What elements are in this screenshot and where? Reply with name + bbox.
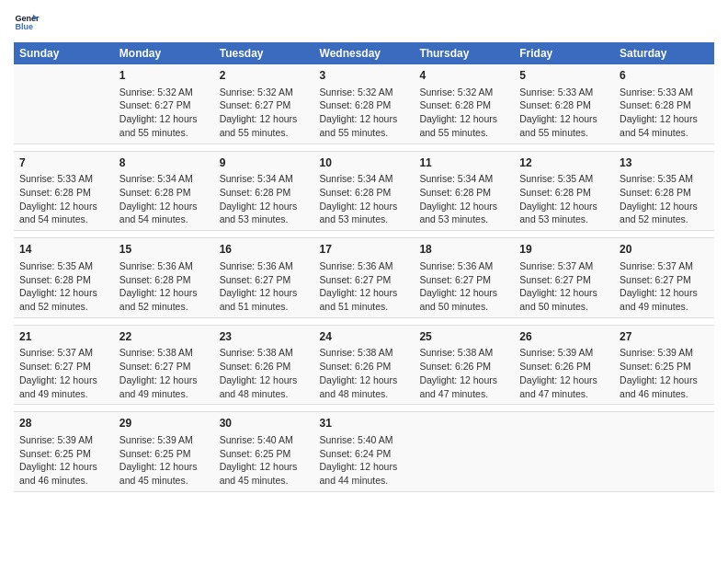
svg-text:Blue: Blue	[15, 22, 33, 31]
cell-info: Daylight: 12 hours	[419, 286, 508, 300]
cell-info: Sunset: 6:27 PM	[19, 360, 108, 373]
cell-info: Daylight: 12 hours	[320, 373, 409, 387]
day-number: 19	[519, 242, 609, 258]
day-number: 16	[220, 242, 309, 258]
cell-info: Sunrise: 5:34 AM	[419, 172, 508, 186]
cell-info: Sunset: 6:28 PM	[519, 186, 609, 200]
cell-info: Sunset: 6:24 PM	[320, 447, 409, 461]
col-header-tuesday: Tuesday	[214, 42, 314, 64]
cell-info: Sunset: 6:28 PM	[419, 186, 508, 200]
cell-info: Sunrise: 5:35 AM	[519, 172, 609, 186]
cell-info: Sunset: 6:27 PM	[220, 273, 309, 287]
cell-info: Sunrise: 5:39 AM	[119, 433, 209, 447]
cell-2-6: 12Sunrise: 5:35 AMSunset: 6:28 PMDayligh…	[514, 151, 614, 231]
cell-info: Sunset: 6:27 PM	[119, 360, 209, 373]
calendar-table: SundayMondayTuesdayWednesdayThursdayFrid…	[14, 42, 714, 492]
cell-5-2: 29Sunrise: 5:39 AMSunset: 6:25 PMDayligh…	[114, 412, 214, 492]
cell-info: Sunset: 6:28 PM	[119, 273, 209, 287]
spacer-row	[14, 231, 714, 238]
cell-2-1: 7Sunrise: 5:33 AMSunset: 6:28 PMDaylight…	[14, 151, 114, 231]
day-number: 12	[519, 155, 609, 171]
week-row-3: 14Sunrise: 5:35 AMSunset: 6:28 PMDayligh…	[14, 238, 714, 318]
col-header-sunday: Sunday	[14, 42, 114, 64]
day-number: 28	[19, 416, 108, 431]
cell-info: and 48 minutes.	[320, 387, 409, 401]
cell-info: and 45 minutes.	[220, 474, 309, 488]
cell-3-5: 18Sunrise: 5:36 AMSunset: 6:27 PMDayligh…	[414, 238, 514, 318]
cell-info: and 49 minutes.	[119, 387, 209, 401]
cell-info: Sunrise: 5:40 AM	[220, 433, 309, 447]
cell-4-7: 27Sunrise: 5:39 AMSunset: 6:25 PMDayligh…	[614, 325, 714, 405]
cell-2-3: 9Sunrise: 5:34 AMSunset: 6:28 PMDaylight…	[214, 151, 314, 231]
cell-info: Sunrise: 5:39 AM	[519, 346, 609, 360]
day-number: 7	[19, 155, 108, 171]
cell-info: Sunset: 6:26 PM	[419, 360, 508, 373]
cell-info: Daylight: 12 hours	[519, 373, 609, 387]
cell-info: Daylight: 12 hours	[620, 112, 709, 126]
week-row-4: 21Sunrise: 5:37 AMSunset: 6:27 PMDayligh…	[14, 325, 714, 405]
cell-info: Daylight: 12 hours	[119, 200, 209, 213]
cell-info: Sunset: 6:25 PM	[620, 360, 709, 373]
col-header-thursday: Thursday	[414, 42, 514, 64]
cell-4-1: 21Sunrise: 5:37 AMSunset: 6:27 PMDayligh…	[14, 325, 114, 405]
cell-info: Sunrise: 5:32 AM	[220, 86, 309, 99]
cell-info: Sunrise: 5:37 AM	[19, 346, 108, 360]
logo: General Blue	[14, 9, 43, 35]
col-header-wednesday: Wednesday	[314, 42, 415, 64]
cell-3-7: 20Sunrise: 5:37 AMSunset: 6:27 PMDayligh…	[614, 238, 714, 318]
cell-1-1	[14, 64, 114, 144]
cell-info: and 53 minutes.	[220, 213, 309, 226]
cell-info: Daylight: 12 hours	[220, 460, 309, 474]
day-number: 14	[19, 242, 108, 258]
cell-info: Daylight: 12 hours	[620, 373, 709, 387]
cell-info: Sunset: 6:27 PM	[320, 273, 409, 287]
day-number: 4	[419, 68, 508, 84]
cell-info: Daylight: 12 hours	[620, 286, 709, 300]
cell-info: Sunrise: 5:37 AM	[519, 259, 609, 273]
cell-4-4: 24Sunrise: 5:38 AMSunset: 6:26 PMDayligh…	[314, 325, 415, 405]
cell-info: Sunrise: 5:34 AM	[320, 172, 409, 186]
day-number: 6	[620, 68, 709, 84]
cell-1-6: 5Sunrise: 5:33 AMSunset: 6:28 PMDaylight…	[514, 64, 614, 144]
cell-info: Sunrise: 5:34 AM	[220, 172, 309, 186]
cell-info: and 55 minutes.	[220, 126, 309, 140]
cell-1-5: 4Sunrise: 5:32 AMSunset: 6:28 PMDaylight…	[414, 64, 514, 144]
cell-info: and 47 minutes.	[419, 387, 508, 401]
cell-info: Daylight: 12 hours	[19, 200, 108, 213]
cell-info: Sunrise: 5:38 AM	[320, 346, 409, 360]
cell-info: Daylight: 12 hours	[419, 200, 508, 213]
day-number: 13	[620, 155, 709, 171]
day-number: 31	[320, 416, 409, 431]
cell-info: and 50 minutes.	[419, 300, 508, 314]
cell-info: Daylight: 12 hours	[220, 286, 309, 300]
cell-info: and 54 minutes.	[620, 126, 709, 140]
cell-1-3: 2Sunrise: 5:32 AMSunset: 6:27 PMDaylight…	[214, 64, 314, 144]
cell-info: and 44 minutes.	[320, 474, 409, 488]
cell-info: Sunset: 6:25 PM	[220, 447, 309, 461]
spacer-row	[14, 317, 714, 325]
cell-info: Daylight: 12 hours	[320, 460, 409, 474]
cell-info: Sunrise: 5:32 AM	[320, 86, 409, 99]
day-number: 26	[519, 329, 609, 345]
day-number: 15	[119, 242, 209, 258]
cell-4-6: 26Sunrise: 5:39 AMSunset: 6:26 PMDayligh…	[514, 325, 614, 405]
cell-info: and 53 minutes.	[419, 213, 508, 226]
cell-info: Sunset: 6:28 PM	[320, 186, 409, 200]
cell-info: Daylight: 12 hours	[519, 200, 609, 213]
cell-info: Sunset: 6:25 PM	[19, 447, 108, 461]
cell-info: Sunset: 6:28 PM	[19, 186, 108, 200]
cell-info: Sunrise: 5:35 AM	[19, 259, 108, 273]
cell-info: Sunset: 6:28 PM	[620, 186, 709, 200]
cell-info: Daylight: 12 hours	[19, 460, 108, 474]
cell-info: and 48 minutes.	[220, 387, 309, 401]
cell-info: and 51 minutes.	[220, 300, 309, 314]
cell-info: and 52 minutes.	[620, 213, 709, 226]
cell-info: Sunrise: 5:40 AM	[320, 433, 409, 447]
cell-info: Sunrise: 5:39 AM	[620, 346, 709, 360]
cell-info: and 50 minutes.	[519, 300, 609, 314]
cell-info: Daylight: 12 hours	[519, 112, 609, 126]
cell-5-6	[514, 412, 614, 492]
cell-2-5: 11Sunrise: 5:34 AMSunset: 6:28 PMDayligh…	[414, 151, 514, 231]
day-number: 29	[119, 416, 209, 431]
cell-4-3: 23Sunrise: 5:38 AMSunset: 6:26 PMDayligh…	[214, 325, 314, 405]
